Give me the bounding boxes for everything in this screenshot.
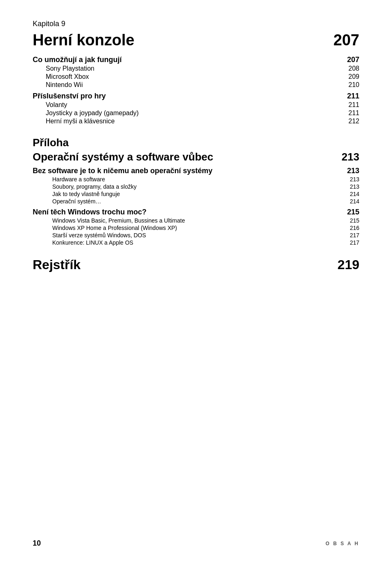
priloha-section-row: Bez software je to k ničemu aneb operačn… (33, 167, 359, 175)
chapter-title-row: Herní konzole 207 (33, 31, 359, 49)
priloha-section-row: Hardware a software213 (33, 176, 359, 183)
toc-item-page: 211 (347, 92, 359, 100)
priloha-section-row: Soubory, programy, data a složky213 (33, 183, 359, 190)
priloha-item-page: 216 (350, 225, 359, 231)
footer-page-number: 10 (33, 539, 41, 548)
priloha-item-page: 217 (350, 232, 359, 239)
toc-item-label: Joysticky a joypady (gamepady) (46, 109, 348, 117)
toc-row: Příslušenství pro hry211 (33, 92, 359, 100)
rejstrik-page: 219 (338, 257, 359, 272)
priloha-section-row: Není těch Windows trochu moc?215 (33, 208, 359, 216)
priloha-item-label: Windows Vista Basic, Premium, Bussines a… (52, 217, 350, 224)
toc-item-label: Herní myši a klávesnice (46, 118, 348, 125)
priloha-item-label: Konkurence: LINUX a Apple OS (52, 239, 350, 246)
chapter-title: Herní konzole (33, 31, 334, 49)
priloha-item-label: Bez software je to k ničemu aneb operačn… (33, 167, 347, 175)
toc-row: Nintendo Wii210 (33, 81, 359, 89)
priloha-section-row: Windows Vista Basic, Premium, Bussines a… (33, 217, 359, 224)
priloha-item-page: 213 (350, 183, 359, 190)
priloha-sections-list: Operační systémy a software vůbec213Bez … (33, 151, 359, 246)
priloha-section-row: Konkurence: LINUX a Apple OS217 (33, 239, 359, 246)
priloha-item-label: Hardware a software (52, 176, 350, 183)
priloha-item-page: 215 (347, 208, 359, 216)
priloha-item-page: 213 (350, 176, 359, 183)
toc-item-label: Volanty (46, 101, 348, 109)
footer: 10 O B S A H (0, 539, 392, 548)
rejstrik-row: Rejstřík 219 (33, 257, 359, 272)
page: Kapitola 9 Herní konzole 207 Co umožňují… (0, 0, 392, 564)
toc-item-page: 211 (348, 101, 359, 109)
priloha-item-page: 214 (350, 191, 359, 197)
priloha-item-label: Operační systém… (52, 198, 350, 205)
priloha-section-row: Operační systémy a software vůbec213 (33, 151, 359, 163)
priloha-section-row: Jak to tedy vlastně funguje214 (33, 191, 359, 197)
priloha-item-page: 217 (350, 239, 359, 246)
toc-item-page: 208 (348, 65, 359, 72)
priloha-item-page: 214 (350, 198, 359, 205)
toc-item-label: Microsoft Xbox (46, 73, 348, 80)
priloha-label: Příloha (33, 136, 359, 149)
priloha-section-row: Operační systém…214 (33, 198, 359, 205)
toc-item-label: Sony Playstation (46, 65, 348, 72)
toc-item-page: 209 (348, 73, 359, 80)
toc-item-page: 212 (348, 118, 359, 125)
rejstrik-title: Rejstřík (33, 257, 80, 272)
toc-item-label: Co umožňují a jak fungují (33, 56, 347, 64)
toc-row: Herní myši a klávesnice212 (33, 118, 359, 125)
toc-row: Co umožňují a jak fungují207 (33, 56, 359, 64)
toc-item-page: 211 (348, 109, 359, 117)
priloha-item-page: 213 (342, 151, 359, 163)
priloha-item-label: Starší verze systémů Windows, DOS (52, 232, 350, 239)
toc-row: Microsoft Xbox209 (33, 73, 359, 80)
toc-item-label: Nintendo Wii (46, 81, 348, 89)
priloha-item-label: Windows XP Home a Professional (Windows … (52, 225, 350, 231)
toc-row: Joysticky a joypady (gamepady)211 (33, 109, 359, 117)
toc-row: Volanty211 (33, 101, 359, 109)
toc-item-page: 207 (347, 56, 359, 64)
priloha-section-row: Starší verze systémů Windows, DOS217 (33, 232, 359, 239)
toc-item-label: Příslušenství pro hry (33, 92, 347, 100)
priloha-item-page: 215 (350, 217, 359, 224)
chapter-label: Kapitola 9 (33, 20, 359, 28)
priloha-item-label: Jak to tedy vlastně funguje (52, 191, 350, 197)
priloha-item-page: 213 (347, 167, 359, 175)
toc-list: Co umožňují a jak fungují207Sony Playsta… (33, 56, 359, 125)
priloha-item-label: Není těch Windows trochu moc? (33, 208, 347, 216)
toc-row: Sony Playstation208 (33, 65, 359, 72)
toc-item-page: 210 (348, 81, 359, 89)
priloha-item-label: Soubory, programy, data a složky (52, 183, 350, 190)
priloha-item-label: Operační systémy a software vůbec (33, 151, 342, 163)
footer-obsah: O B S A H (325, 541, 359, 546)
priloha-section-row: Windows XP Home a Professional (Windows … (33, 225, 359, 231)
chapter-title-page: 207 (334, 31, 359, 49)
